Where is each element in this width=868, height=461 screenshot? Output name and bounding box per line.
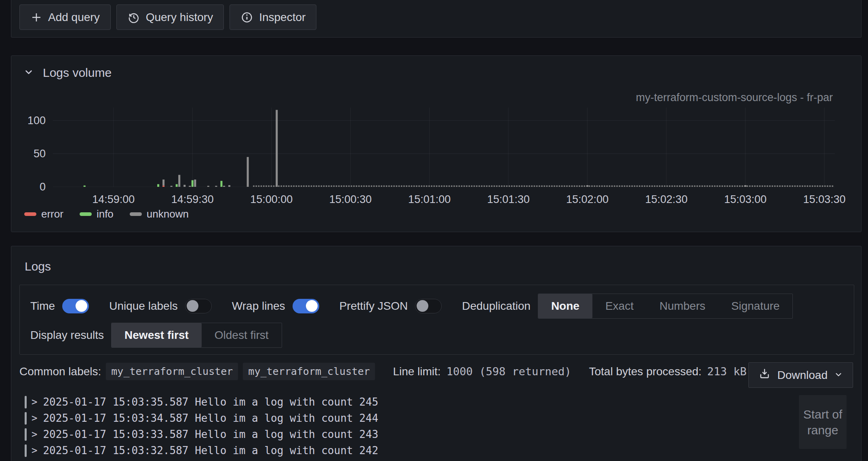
dedup-option-none[interactable]: None — [538, 294, 592, 318]
query-history-label: Query history — [146, 11, 213, 24]
display-results-control: Display results Newest firstOldest first — [30, 323, 282, 348]
info-icon — [240, 11, 253, 24]
x-axis-tick: 15:03:30 — [803, 193, 845, 205]
order-option-newest-first[interactable]: Newest first — [112, 323, 202, 347]
chart-bar-error — [162, 186, 164, 187]
chart-legend: errorinfounknown — [24, 208, 189, 220]
chart-bar-info — [157, 184, 159, 187]
toggle-label: Unique labels — [109, 300, 178, 313]
deduplication-control: Deduplication NoneExactNumbersSignature — [462, 294, 793, 319]
plus-icon — [30, 11, 42, 23]
total-bytes-value: 213 kB — [707, 365, 747, 378]
x-axis-tick: 14:59:30 — [171, 193, 214, 205]
log-level-bar — [25, 396, 27, 408]
chart-bar-unknown — [194, 180, 196, 187]
toggle-switch[interactable] — [185, 299, 212, 313]
x-axis-tick: 15:01:00 — [408, 193, 451, 205]
logs-panel: Logs TimeUnique labelsWrap linesPrettify… — [11, 246, 862, 461]
toggle-switch[interactable] — [62, 299, 89, 313]
chart-bar-info — [84, 186, 86, 187]
chevron-down-icon — [834, 369, 843, 382]
history-icon — [127, 11, 140, 24]
dedup-option-exact[interactable]: Exact — [592, 294, 647, 318]
chevron-right-icon[interactable]: > — [32, 429, 37, 440]
chart-bar-unknown — [276, 110, 278, 187]
chevron-right-icon[interactable]: > — [32, 445, 37, 456]
toggle-control-wrap-lines: Wrap lines — [232, 299, 319, 313]
legend-item-error[interactable]: error — [24, 208, 63, 220]
log-row[interactable]: >2025-01-17 15:03:34.587 Hello im a log … — [11, 410, 795, 426]
chart-bar-unknown — [223, 186, 225, 187]
chevron-right-icon[interactable]: > — [32, 396, 37, 408]
log-row-text: 2025-01-17 15:03:32.587 Hello im a log w… — [43, 444, 378, 457]
chart-bar-unknown — [586, 185, 588, 187]
chart-bar-unknown — [207, 186, 209, 187]
x-axis-tick: 15:02:30 — [645, 193, 687, 205]
x-axis-tick: 15:01:30 — [487, 193, 530, 205]
y-axis-tick: 50 — [34, 148, 46, 160]
chart-bar-unknown — [178, 175, 180, 187]
chart-bar-unknown — [247, 157, 249, 187]
legend-swatch — [80, 212, 92, 216]
y-axis-tick: 100 — [27, 114, 46, 127]
toggle-control-unique-labels: Unique labels — [109, 299, 212, 313]
legend-label: error — [41, 208, 63, 220]
x-axis-tick: 14:59:00 — [92, 193, 135, 205]
log-rows-list: >2025-01-17 15:03:35.587 Hello im a log … — [11, 394, 795, 459]
log-level-bar — [25, 444, 27, 457]
chart-bar-unknown — [189, 186, 191, 187]
toggle-control-time: Time — [30, 299, 89, 313]
logs-volume-panel: Logs volume my-terraform-custom-source-l… — [11, 55, 862, 232]
log-row[interactable]: >2025-01-17 15:03:35.587 Hello im a log … — [11, 394, 795, 410]
legend-swatch — [130, 212, 142, 216]
chart-bar-info — [192, 180, 194, 187]
log-row[interactable]: >2025-01-17 15:03:32.587 Hello im a log … — [11, 442, 795, 459]
line-limit-label: Line limit: — [393, 365, 440, 378]
chart-bar-unknown — [228, 185, 230, 187]
total-bytes-label: Total bytes processed: — [589, 365, 702, 378]
log-row-text: 2025-01-17 15:03:33.587 Hello im a log w… — [43, 428, 378, 440]
chart-bar-info — [176, 184, 178, 187]
legend-item-info[interactable]: info — [80, 208, 114, 220]
log-row-text: 2025-01-17 15:03:34.587 Hello im a log w… — [43, 412, 378, 424]
toolbar: Add query Query history Inspector — [19, 4, 316, 30]
toggle-switch[interactable] — [293, 299, 319, 313]
x-axis-tick: 15:02:00 — [566, 193, 609, 205]
legend-item-unknown[interactable]: unknown — [130, 208, 189, 220]
display-results-options: Newest firstOldest first — [111, 323, 282, 348]
dedup-option-numbers[interactable]: Numbers — [647, 294, 718, 318]
download-button[interactable]: Download — [748, 362, 853, 388]
legend-swatch — [24, 212, 36, 216]
inspector-label: Inspector — [259, 11, 305, 24]
common-labels-label: Common labels: — [19, 365, 101, 378]
toggle-label: Time — [30, 300, 55, 313]
logs-volume-chart[interactable]: 05010014:59:0014:59:3015:00:0015:00:3015… — [11, 56, 861, 232]
toggle-label: Prettify JSON — [339, 300, 408, 313]
order-option-oldest-first[interactable]: Oldest first — [202, 323, 282, 347]
add-query-button[interactable]: Add query — [19, 4, 111, 30]
line-limit-value: 1000 (598 returned) — [447, 365, 571, 378]
chart-bar-unknown — [162, 180, 164, 186]
start-of-range-marker: Start of range — [799, 395, 847, 449]
query-history-button[interactable]: Query history — [116, 4, 224, 30]
logs-panel-title: Logs — [25, 260, 51, 273]
common-label-chip: my_terraform_cluster — [243, 363, 375, 380]
toggle-label: Wrap lines — [232, 300, 285, 313]
query-editor-footer: Add query Query history Inspector — [11, 0, 862, 38]
chart-bar-unknown — [215, 186, 217, 187]
chart-bar-unknown — [171, 186, 173, 187]
toggle-control-prettify-json: Prettify JSON — [339, 299, 442, 313]
log-level-bar — [25, 412, 27, 425]
x-axis-tick: 15:00:30 — [329, 193, 372, 205]
dedup-option-signature[interactable]: Signature — [718, 294, 793, 318]
y-axis-tick: 0 — [40, 181, 46, 193]
inspector-button[interactable]: Inspector — [230, 4, 316, 30]
chevron-right-icon[interactable]: > — [32, 412, 37, 424]
download-label: Download — [777, 369, 828, 382]
common-label-chip: my_terraform_cluster — [106, 363, 238, 380]
chart-bar-info — [220, 181, 222, 187]
log-row[interactable]: >2025-01-17 15:03:33.587 Hello im a log … — [11, 426, 795, 442]
add-query-label: Add query — [48, 11, 100, 24]
log-row-text: 2025-01-17 15:03:35.587 Hello im a log w… — [43, 396, 378, 408]
toggle-switch[interactable] — [415, 299, 442, 313]
